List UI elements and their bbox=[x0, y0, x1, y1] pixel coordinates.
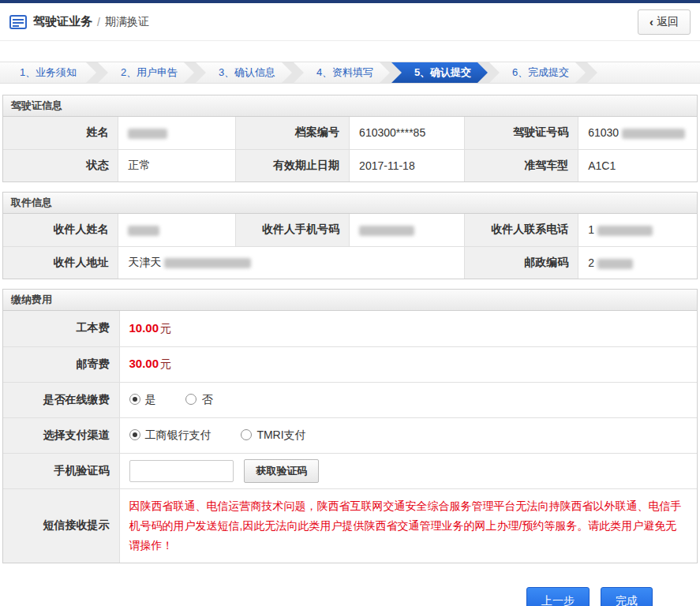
mailing-fee-amount: 30.00 bbox=[129, 357, 159, 370]
license-info-table: 姓名 档案编号 610300****85 驾驶证号码 61030 状态 正常 有… bbox=[3, 117, 697, 181]
back-button-label: 返回 bbox=[657, 15, 679, 29]
previous-step-button[interactable]: 上一步 bbox=[526, 587, 590, 606]
radio-yes-icon[interactable] bbox=[129, 394, 140, 405]
page-subtitle: 期满换证 bbox=[105, 15, 149, 29]
captcha-input[interactable] bbox=[129, 460, 234, 482]
file-no-value: 610300****85 bbox=[350, 117, 465, 149]
radio-no-icon[interactable] bbox=[185, 394, 197, 405]
recipient-phone-value: 1 bbox=[578, 214, 697, 246]
mailing-fee-label: 邮寄费 bbox=[3, 346, 119, 382]
step-2-user-declaration: 2、用户申告 bbox=[98, 62, 194, 83]
production-fee-amount: 10.00 bbox=[129, 321, 159, 335]
postal-code-label: 邮政编码 bbox=[465, 246, 578, 279]
sms-notice-cell: 因陕西省联通、电信运营商技术问题，陕西省互联网交通安全综合服务管理平台无法向持陕… bbox=[119, 488, 697, 563]
step-nav: 1、业务须知 2、用户申告 3、确认信息 4、资料填写 5、确认提交 6、完成提… bbox=[0, 62, 700, 84]
online-payment-label: 是否在线缴费 bbox=[3, 382, 119, 417]
recipient-mobile-label: 收件人手机号码 bbox=[235, 214, 349, 246]
license-section-title: 驾驶证信息 bbox=[3, 95, 697, 117]
channel-icbc-option[interactable]: 工商银行支付 bbox=[129, 428, 211, 443]
online-no-label: 否 bbox=[201, 393, 212, 406]
license-no-value: 61030 bbox=[578, 117, 697, 149]
step-1-label: 1、业务须知 bbox=[20, 65, 77, 80]
production-fee-unit: 元 bbox=[160, 322, 171, 335]
title-separator: / bbox=[97, 16, 100, 28]
step-nav-filler bbox=[587, 62, 700, 83]
table-row: 是否在线缴费 是 否 bbox=[3, 382, 697, 417]
finish-button[interactable]: 完成 bbox=[601, 587, 653, 606]
vehicle-type-value: A1C1 bbox=[578, 149, 697, 181]
footer-actions: 上一步 完成 bbox=[0, 573, 700, 606]
pickup-section-title: 取件信息 bbox=[3, 193, 697, 214]
sms-notice-text: 因陕西省联通、电信运营商技术问题，陕西省互联网交通安全综合服务管理平台无法向持陕… bbox=[129, 499, 682, 552]
get-captcha-button[interactable]: 获取验证码 bbox=[244, 459, 319, 483]
channel-tmri-label: TMRI支付 bbox=[256, 428, 305, 441]
payment-table: 工本费 10.00元 邮寄费 30.00元 是否在线缴费 是 否 选择支付渠道 … bbox=[3, 311, 697, 563]
step-5-label: 5、确认提交 bbox=[414, 65, 471, 80]
table-row: 手机验证码 获取验证码 bbox=[3, 453, 697, 488]
online-payment-options: 是 否 bbox=[119, 382, 697, 417]
page-title: 驾驶证业务 bbox=[33, 14, 92, 29]
channel-tmri-option[interactable]: TMRI支付 bbox=[241, 428, 305, 443]
step-2-label: 2、用户申告 bbox=[121, 65, 178, 80]
name-label: 姓名 bbox=[3, 117, 118, 149]
payment-section: 缴纳费用 工本费 10.00元 邮寄费 30.00元 是否在线缴费 是 否 选择… bbox=[2, 289, 698, 563]
step-4-fill-info: 4、资料填写 bbox=[294, 62, 390, 83]
mailing-fee-unit: 元 bbox=[160, 357, 171, 370]
table-row: 姓名 档案编号 610300****85 驾驶证号码 61030 bbox=[3, 117, 697, 149]
recipient-phone-label: 收件人联系电话 bbox=[465, 214, 578, 246]
online-no-option[interactable]: 否 bbox=[185, 393, 212, 407]
radio-tmri-icon[interactable] bbox=[241, 429, 252, 440]
channel-icbc-label: 工商银行支付 bbox=[145, 428, 211, 441]
status-value: 正常 bbox=[118, 149, 236, 181]
table-row: 收件人地址 天津天 邮政编码 2 bbox=[3, 246, 697, 279]
sms-notice-label: 短信接收提示 bbox=[3, 488, 119, 563]
payment-channel-label: 选择支付渠道 bbox=[3, 417, 119, 453]
license-service-icon bbox=[9, 15, 27, 29]
step-1-business-notes: 1、业务须知 bbox=[0, 62, 96, 83]
captcha-label: 手机验证码 bbox=[3, 453, 119, 488]
production-fee-value: 10.00元 bbox=[119, 311, 697, 346]
step-5-confirm-submit: 5、确认提交 bbox=[391, 62, 488, 83]
step-6-complete-submit: 6、完成提交 bbox=[489, 62, 586, 83]
recipient-name-label: 收件人姓名 bbox=[3, 214, 118, 246]
expiry-label: 有效期止日期 bbox=[235, 149, 349, 181]
redacted-recipient-address bbox=[164, 258, 251, 268]
page-header: 驾驶证业务 / 期满换证 ‹ 返回 bbox=[0, 3, 700, 41]
back-chevron-icon: ‹ bbox=[649, 16, 653, 28]
step-3-label: 3、确认信息 bbox=[219, 65, 275, 80]
table-row: 短信接收提示 因陕西省联通、电信运营商技术问题，陕西省互联网交通安全综合服务管理… bbox=[3, 488, 697, 563]
pickup-info-table: 收件人姓名 收件人手机号码 收件人联系电话 1 收件人地址 天津天 邮政编码 2 bbox=[3, 214, 697, 279]
postal-code-value: 2 bbox=[578, 246, 697, 279]
table-row: 状态 正常 有效期止日期 2017-11-18 准驾车型 A1C1 bbox=[3, 149, 697, 181]
postal-code-prefix: 2 bbox=[588, 256, 594, 269]
step-4-label: 4、资料填写 bbox=[316, 65, 373, 80]
recipient-phone-prefix: 1 bbox=[588, 223, 594, 236]
redacted-license-no bbox=[622, 129, 685, 139]
recipient-name-value bbox=[118, 214, 236, 246]
license-info-section: 驾驶证信息 姓名 档案编号 610300****85 驾驶证号码 61030 状… bbox=[2, 95, 698, 182]
redacted-name bbox=[128, 129, 167, 139]
pickup-info-section: 取件信息 收件人姓名 收件人手机号码 收件人联系电话 1 收件人地址 天津天 邮… bbox=[2, 192, 698, 279]
file-no-label: 档案编号 bbox=[235, 117, 349, 149]
step-3-confirm-info: 3、确认信息 bbox=[196, 62, 292, 83]
payment-section-title: 缴纳费用 bbox=[3, 290, 697, 311]
payment-channel-options: 工商银行支付 TMRI支付 bbox=[119, 417, 697, 453]
license-no-prefix: 61030 bbox=[588, 126, 619, 139]
license-no-label: 驾驶证号码 bbox=[465, 117, 578, 149]
table-row: 工本费 10.00元 bbox=[3, 311, 697, 346]
vehicle-type-label: 准驾车型 bbox=[465, 149, 578, 181]
recipient-address-prefix: 天津天 bbox=[128, 256, 161, 268]
recipient-address-label: 收件人地址 bbox=[3, 246, 118, 279]
table-row: 收件人姓名 收件人手机号码 收件人联系电话 1 bbox=[3, 214, 697, 246]
redacted-postal-code bbox=[597, 259, 633, 269]
table-row: 选择支付渠道 工商银行支付 TMRI支付 bbox=[3, 417, 697, 453]
status-label: 状态 bbox=[3, 149, 118, 181]
recipient-mobile-value bbox=[350, 214, 465, 246]
expiry-value: 2017-11-18 bbox=[350, 149, 465, 181]
radio-icbc-icon[interactable] bbox=[129, 429, 140, 440]
step-6-label: 6、完成提交 bbox=[512, 65, 569, 80]
online-yes-option[interactable]: 是 bbox=[129, 393, 156, 407]
back-button[interactable]: ‹ 返回 bbox=[638, 9, 691, 35]
production-fee-label: 工本费 bbox=[3, 311, 119, 346]
name-value bbox=[118, 117, 236, 149]
